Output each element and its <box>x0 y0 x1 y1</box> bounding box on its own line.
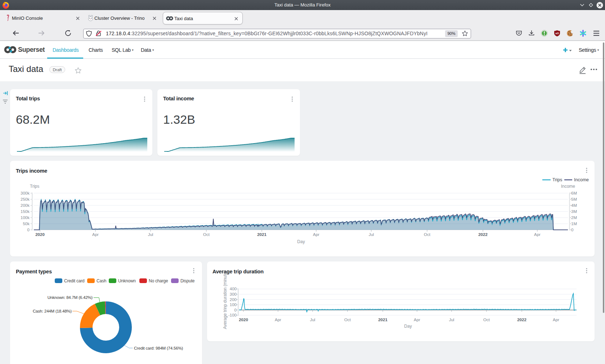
svg-text:uO: uO <box>555 32 559 35</box>
